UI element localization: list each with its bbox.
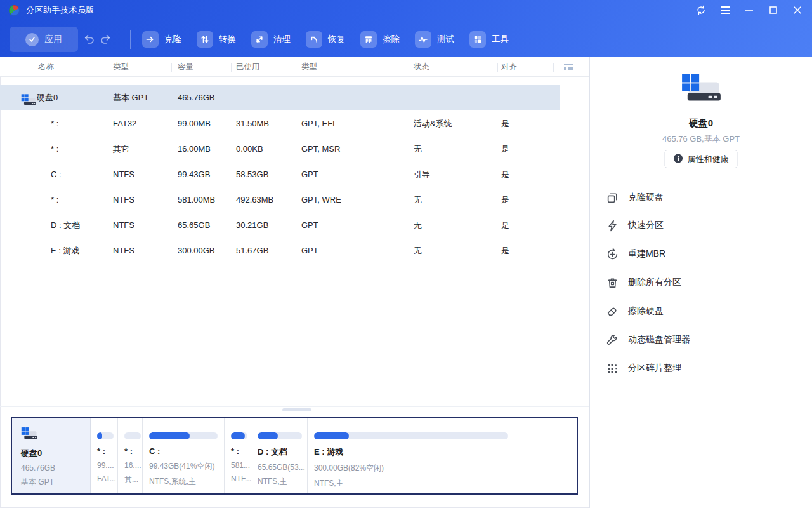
header-area: 分区助手技术员版 <box>0 0 812 57</box>
toolbar-button-recover[interactable]: 恢复 <box>306 31 345 48</box>
usage-bar <box>124 432 141 439</box>
maximize-icon[interactable] <box>761 0 785 20</box>
close-icon[interactable] <box>785 0 809 20</box>
column-header-used[interactable]: 已使用 <box>236 57 260 77</box>
partition-aligned: 是 <box>501 111 509 137</box>
partition-aligned: 是 <box>501 238 509 264</box>
column-header-aligned[interactable]: 对齐 <box>501 57 517 77</box>
action-defragment[interactable]: 分区碎片整理 <box>606 359 681 378</box>
minimize-icon[interactable] <box>737 0 761 20</box>
toolbar-label: 克隆 <box>164 34 181 45</box>
undo-icon[interactable] <box>83 34 95 47</box>
disk-map-partition[interactable]: * : 99.... FAT... <box>91 418 118 493</box>
table-row-partition[interactable]: * : FAT32 99.00MB 31.50MB GPT, EFI 活动&系统… <box>0 111 560 137</box>
toolbar-label: 工具 <box>492 34 509 45</box>
partition-status: 无 <box>414 137 422 162</box>
partition-used: 0.00KB <box>236 137 263 162</box>
window-controls <box>689 0 809 20</box>
partition-type: GPT <box>301 213 318 238</box>
panel-disk-info: 465.76 GB,基本 GPT <box>590 133 812 145</box>
partition-fs: 其它 <box>113 137 129 162</box>
disk-map-partition[interactable]: * : 581... NTF... <box>225 418 251 493</box>
usage-bar <box>314 432 508 439</box>
usage-bar <box>149 432 218 439</box>
usage-bar-fill <box>149 432 190 439</box>
action-wipe-disk[interactable]: 擦除硬盘 <box>606 302 664 321</box>
disk-map-name: 硬盘0 <box>21 448 90 459</box>
table-row-partition[interactable]: * : NTFS 581.00MB 492.63MB GPT, WRE 无 是 <box>0 187 560 213</box>
partition-name: C : <box>51 162 62 187</box>
action-quick-partition[interactable]: 快速分区 <box>606 216 664 235</box>
toolbar: 克隆 转换 清理 恢复 <box>142 31 524 48</box>
disk-map: 硬盘0 465.76GB 基本 GPT * : 99.... FAT... * … <box>11 417 578 495</box>
action-rebuild-mbr[interactable]: 重建MBR <box>606 244 665 264</box>
partition-fs: NTFS <box>113 213 134 238</box>
partition-size: 16.... <box>124 461 136 470</box>
toolbar-divider <box>130 30 131 49</box>
disk-map-size: 465.76GB <box>21 464 90 472</box>
toolbar-label: 擦除 <box>383 34 400 45</box>
column-header-status[interactable]: 状态 <box>414 57 429 77</box>
partition-label: D : 文档 <box>258 446 301 458</box>
properties-health-button[interactable]: 属性和健康 <box>665 150 738 168</box>
partition-aligned: 是 <box>501 162 509 187</box>
disk-map-partition[interactable]: * : 16.... 其... <box>118 418 143 493</box>
apply-label: 应用 <box>44 34 62 45</box>
menu-icon[interactable] <box>713 0 737 20</box>
toolbar-button-clone[interactable]: 克隆 <box>142 31 181 48</box>
table-row-partition[interactable]: * : 其它 16.00MB 0.00KB GPT, MSR 无 是 <box>0 137 560 162</box>
toolbar-button-erase[interactable]: 擦除 <box>360 31 400 48</box>
apply-check-icon <box>25 33 39 46</box>
partition-used: 492.63MB <box>236 187 273 213</box>
disk-icon <box>21 427 90 443</box>
table-row-disk[interactable]: 硬盘0 基本 GPT 465.76GB <box>0 85 560 110</box>
column-header-fs[interactable]: 类型 <box>113 57 129 77</box>
refresh-icon[interactable] <box>689 0 713 20</box>
convert-icon <box>197 31 213 48</box>
column-separator <box>553 63 554 72</box>
column-header-name[interactable]: 名称 <box>38 57 54 77</box>
table-row-partition[interactable]: D : 文档 NTFS 65.65GB 30.21GB GPT 无 是 <box>0 213 560 238</box>
redo-icon[interactable] <box>100 34 112 47</box>
partition-name: D : 文档 <box>51 213 80 238</box>
partition-type: GPT, EFI <box>301 111 335 137</box>
toolbar-button-test[interactable]: 测试 <box>415 31 454 48</box>
partition-status: 无 <box>414 187 422 213</box>
table-row-partition[interactable]: C : NTFS 99.43GB 58.53GB GPT 引导 是 <box>0 162 560 187</box>
partition-status: 无 <box>414 238 422 264</box>
window-title: 分区助手技术员版 <box>26 4 95 16</box>
partition-size: 65.65GB(53... <box>258 463 301 472</box>
column-header-type[interactable]: 类型 <box>301 57 317 77</box>
disk-map-disk-block[interactable]: 硬盘0 465.76GB 基本 GPT <box>12 418 91 493</box>
apply-button[interactable]: 应用 <box>10 27 78 52</box>
splitter-handle[interactable] <box>282 408 311 411</box>
disk-map-partition[interactable]: D : 文档 65.65GB(53... NTFS,主 <box>251 418 308 493</box>
usage-bar <box>97 432 114 439</box>
action-delete-all-partitions[interactable]: 删除所有分区 <box>606 273 681 292</box>
partition-type: GPT <box>301 238 318 264</box>
table-header: 名称 类型 容量 已使用 类型 状态 对齐 <box>0 57 589 77</box>
partition-fs: NTFS <box>113 162 134 187</box>
partition-name: * : <box>51 187 58 213</box>
partition-name: * : <box>51 137 58 162</box>
properties-health-label: 属性和健康 <box>688 154 729 165</box>
disk-map-partition[interactable]: E : 游戏 300.00GB(82%空闲) NTFS,主 <box>308 418 577 493</box>
partition-size: 300.00GB(82%空闲) <box>314 463 570 474</box>
action-clone-disk[interactable]: 克隆硬盘 <box>606 188 664 207</box>
partition-fs: NTFS <box>113 238 134 264</box>
toolbar-button-clean[interactable]: 清理 <box>251 31 291 48</box>
column-separator <box>171 63 172 72</box>
table-row-partition[interactable]: E : 游戏 NTFS 300.00GB 51.67GB GPT 无 是 <box>0 238 560 264</box>
column-header-capacity[interactable]: 容量 <box>178 57 193 77</box>
toolbar-button-tools[interactable]: 工具 <box>469 31 509 48</box>
disk-name: 硬盘0 <box>37 85 58 110</box>
toolbar-button-convert[interactable]: 转换 <box>197 31 236 48</box>
column-settings-icon[interactable] <box>563 62 574 74</box>
action-dynamic-disk-manager[interactable]: 动态磁盘管理器 <box>606 330 690 349</box>
partition-used: 31.50MB <box>236 111 269 137</box>
partition-fs: NTFS,主 <box>258 476 301 487</box>
erase-icon <box>360 31 377 48</box>
disk-map-partition[interactable]: C : 99.43GB(41%空闲) NTFS,系统,主 <box>143 418 225 493</box>
partition-used: 30.21GB <box>236 213 268 238</box>
partition-label: C : <box>149 446 218 456</box>
